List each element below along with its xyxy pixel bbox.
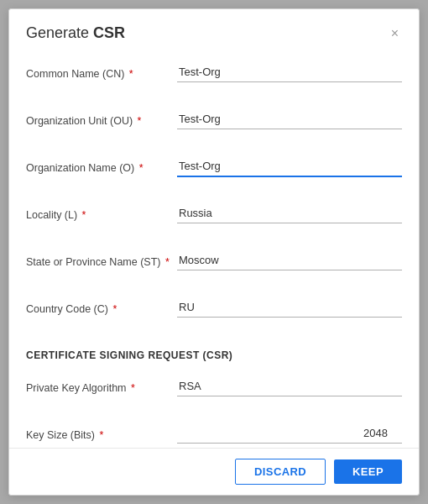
- label-country: Country Code (C) *: [26, 297, 177, 318]
- input-common-name[interactable]: [177, 62, 402, 82]
- dialog-body[interactable]: Common Name (CN) * Organization Unit (OU…: [9, 54, 419, 448]
- label-key-size: Key Size (Bits) *: [26, 423, 177, 444]
- input-wrapper-locality: [177, 203, 402, 223]
- required-star: *: [82, 209, 86, 221]
- input-wrapper-key-size: [177, 423, 402, 444]
- form-row-org-unit: Organization Unit (OU) *: [26, 109, 402, 141]
- input-country[interactable]: [177, 297, 402, 318]
- required-star: *: [129, 68, 133, 80]
- form-row-org-name: Organization Name (O) *: [26, 156, 402, 188]
- input-key-size[interactable]: [177, 423, 402, 444]
- required-star: *: [99, 429, 103, 441]
- input-locality[interactable]: [177, 203, 402, 223]
- label-locality: Locality (L) *: [26, 203, 177, 223]
- label-common-name: Common Name (CN) *: [26, 62, 177, 82]
- required-star: *: [138, 115, 142, 127]
- form-row-locality: Locality (L) *: [26, 203, 402, 235]
- form-row-key-size: Key Size (Bits) *: [26, 423, 402, 448]
- keep-button[interactable]: KEEP: [334, 459, 402, 484]
- form-row-state: State or Province Name (ST) *: [26, 250, 402, 282]
- dialog-title: Generate CSR: [26, 24, 125, 42]
- label-key-algorithm: Private Key Algorithm *: [26, 376, 177, 396]
- input-key-algorithm[interactable]: [177, 376, 402, 396]
- label-org-unit: Organization Unit (OU) *: [26, 109, 177, 129]
- form-row-key-algorithm: Private Key Algorithm *: [26, 376, 402, 408]
- label-org-name: Organization Name (O) *: [26, 156, 177, 176]
- dialog-footer: DISCARD KEEP: [9, 448, 419, 495]
- form-row-country: Country Code (C) *: [26, 297, 402, 329]
- required-star: *: [112, 303, 117, 315]
- input-wrapper-state: [177, 250, 402, 270]
- csr-section-header: CERTIFICATE SIGNING REQUEST (CSR): [26, 344, 402, 361]
- required-star: *: [131, 382, 135, 394]
- dialog-header: Generate CSR ×: [9, 9, 419, 54]
- close-button[interactable]: ×: [388, 25, 402, 42]
- generate-csr-dialog: Generate CSR × Common Name (CN) * Organi…: [8, 8, 420, 496]
- input-wrapper-org-unit: [177, 109, 402, 129]
- input-state[interactable]: [177, 250, 402, 270]
- input-wrapper-key-algorithm: [177, 376, 402, 396]
- form-row-common-name: Common Name (CN) *: [26, 62, 402, 94]
- input-wrapper-org-name: [177, 156, 402, 177]
- input-org-unit[interactable]: [177, 109, 402, 129]
- required-star: *: [165, 256, 170, 268]
- label-state: State or Province Name (ST) *: [26, 250, 177, 270]
- input-wrapper-country: [177, 297, 402, 318]
- required-star: *: [139, 162, 144, 174]
- dialog-overlay: Generate CSR × Common Name (CN) * Organi…: [0, 0, 428, 504]
- discard-button[interactable]: DISCARD: [235, 459, 326, 485]
- input-wrapper-common-name: [177, 62, 402, 82]
- input-org-name[interactable]: [177, 156, 402, 177]
